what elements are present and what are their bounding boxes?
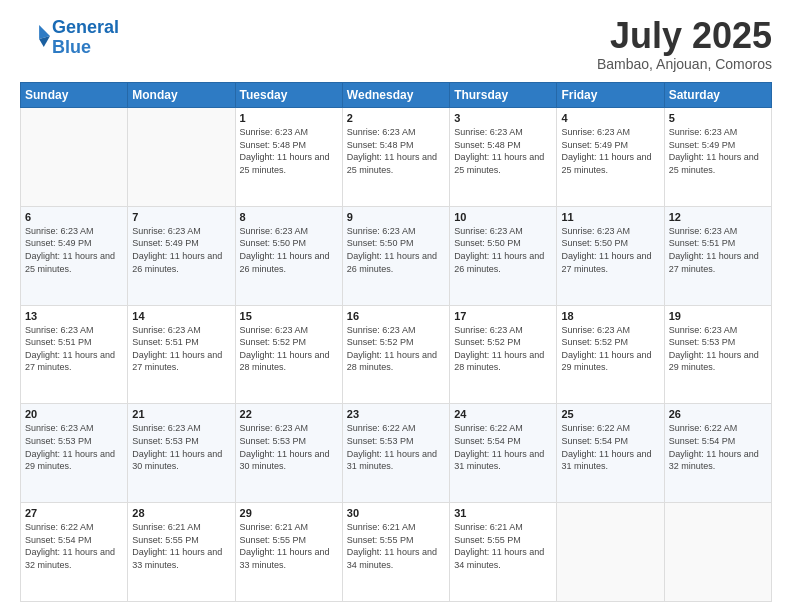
day-number: 24 — [454, 408, 552, 420]
day-info: Sunrise: 6:23 AM Sunset: 5:49 PM Dayligh… — [561, 126, 659, 176]
col-header-friday: Friday — [557, 83, 664, 108]
day-number: 17 — [454, 310, 552, 322]
calendar-table: SundayMondayTuesdayWednesdayThursdayFrid… — [20, 82, 772, 602]
day-number: 21 — [132, 408, 230, 420]
day-info: Sunrise: 6:23 AM Sunset: 5:52 PM Dayligh… — [347, 324, 445, 374]
day-number: 27 — [25, 507, 123, 519]
day-number: 5 — [669, 112, 767, 124]
day-info: Sunrise: 6:23 AM Sunset: 5:50 PM Dayligh… — [561, 225, 659, 275]
day-number: 13 — [25, 310, 123, 322]
day-number: 28 — [132, 507, 230, 519]
calendar-cell: 23Sunrise: 6:22 AM Sunset: 5:53 PM Dayli… — [342, 404, 449, 503]
calendar-cell: 2Sunrise: 6:23 AM Sunset: 5:48 PM Daylig… — [342, 108, 449, 207]
calendar-cell: 30Sunrise: 6:21 AM Sunset: 5:55 PM Dayli… — [342, 503, 449, 602]
day-number: 19 — [669, 310, 767, 322]
col-header-thursday: Thursday — [450, 83, 557, 108]
day-number: 23 — [347, 408, 445, 420]
logo-icon — [22, 22, 50, 50]
col-header-saturday: Saturday — [664, 83, 771, 108]
day-info: Sunrise: 6:23 AM Sunset: 5:50 PM Dayligh… — [454, 225, 552, 275]
day-info: Sunrise: 6:23 AM Sunset: 5:53 PM Dayligh… — [25, 422, 123, 472]
calendar-cell: 31Sunrise: 6:21 AM Sunset: 5:55 PM Dayli… — [450, 503, 557, 602]
day-info: Sunrise: 6:23 AM Sunset: 5:53 PM Dayligh… — [669, 324, 767, 374]
calendar-week-4: 27Sunrise: 6:22 AM Sunset: 5:54 PM Dayli… — [21, 503, 772, 602]
day-number: 25 — [561, 408, 659, 420]
calendar-cell: 24Sunrise: 6:22 AM Sunset: 5:54 PM Dayli… — [450, 404, 557, 503]
day-info: Sunrise: 6:22 AM Sunset: 5:53 PM Dayligh… — [347, 422, 445, 472]
calendar-week-0: 1Sunrise: 6:23 AM Sunset: 5:48 PM Daylig… — [21, 108, 772, 207]
calendar-cell: 14Sunrise: 6:23 AM Sunset: 5:51 PM Dayli… — [128, 305, 235, 404]
day-info: Sunrise: 6:23 AM Sunset: 5:50 PM Dayligh… — [240, 225, 338, 275]
day-info: Sunrise: 6:23 AM Sunset: 5:48 PM Dayligh… — [347, 126, 445, 176]
calendar-cell: 12Sunrise: 6:23 AM Sunset: 5:51 PM Dayli… — [664, 206, 771, 305]
page: General Blue July 2025 Bambao, Anjouan, … — [0, 0, 792, 612]
calendar-cell: 3Sunrise: 6:23 AM Sunset: 5:48 PM Daylig… — [450, 108, 557, 207]
day-info: Sunrise: 6:23 AM Sunset: 5:52 PM Dayligh… — [561, 324, 659, 374]
day-number: 4 — [561, 112, 659, 124]
calendar-cell — [21, 108, 128, 207]
day-number: 22 — [240, 408, 338, 420]
day-info: Sunrise: 6:23 AM Sunset: 5:50 PM Dayligh… — [347, 225, 445, 275]
day-info: Sunrise: 6:21 AM Sunset: 5:55 PM Dayligh… — [347, 521, 445, 571]
day-number: 12 — [669, 211, 767, 223]
day-info: Sunrise: 6:23 AM Sunset: 5:52 PM Dayligh… — [240, 324, 338, 374]
calendar-cell: 22Sunrise: 6:23 AM Sunset: 5:53 PM Dayli… — [235, 404, 342, 503]
calendar-week-2: 13Sunrise: 6:23 AM Sunset: 5:51 PM Dayli… — [21, 305, 772, 404]
day-number: 7 — [132, 211, 230, 223]
calendar-cell: 20Sunrise: 6:23 AM Sunset: 5:53 PM Dayli… — [21, 404, 128, 503]
calendar-cell: 19Sunrise: 6:23 AM Sunset: 5:53 PM Dayli… — [664, 305, 771, 404]
day-number: 29 — [240, 507, 338, 519]
day-number: 15 — [240, 310, 338, 322]
logo-text: General Blue — [52, 18, 119, 58]
day-info: Sunrise: 6:21 AM Sunset: 5:55 PM Dayligh… — [454, 521, 552, 571]
calendar-cell: 21Sunrise: 6:23 AM Sunset: 5:53 PM Dayli… — [128, 404, 235, 503]
calendar-cell: 4Sunrise: 6:23 AM Sunset: 5:49 PM Daylig… — [557, 108, 664, 207]
col-header-sunday: Sunday — [21, 83, 128, 108]
calendar-cell: 5Sunrise: 6:23 AM Sunset: 5:49 PM Daylig… — [664, 108, 771, 207]
day-info: Sunrise: 6:23 AM Sunset: 5:48 PM Dayligh… — [240, 126, 338, 176]
day-info: Sunrise: 6:23 AM Sunset: 5:51 PM Dayligh… — [669, 225, 767, 275]
day-info: Sunrise: 6:23 AM Sunset: 5:52 PM Dayligh… — [454, 324, 552, 374]
day-number: 18 — [561, 310, 659, 322]
day-info: Sunrise: 6:23 AM Sunset: 5:49 PM Dayligh… — [669, 126, 767, 176]
day-info: Sunrise: 6:23 AM Sunset: 5:49 PM Dayligh… — [132, 225, 230, 275]
day-number: 8 — [240, 211, 338, 223]
logo-general: General — [52, 17, 119, 37]
day-info: Sunrise: 6:23 AM Sunset: 5:53 PM Dayligh… — [132, 422, 230, 472]
day-number: 2 — [347, 112, 445, 124]
day-info: Sunrise: 6:23 AM Sunset: 5:51 PM Dayligh… — [25, 324, 123, 374]
day-number: 20 — [25, 408, 123, 420]
day-info: Sunrise: 6:22 AM Sunset: 5:54 PM Dayligh… — [561, 422, 659, 472]
calendar-cell: 1Sunrise: 6:23 AM Sunset: 5:48 PM Daylig… — [235, 108, 342, 207]
day-info: Sunrise: 6:23 AM Sunset: 5:48 PM Dayligh… — [454, 126, 552, 176]
calendar-cell: 11Sunrise: 6:23 AM Sunset: 5:50 PM Dayli… — [557, 206, 664, 305]
calendar-cell: 26Sunrise: 6:22 AM Sunset: 5:54 PM Dayli… — [664, 404, 771, 503]
day-info: Sunrise: 6:21 AM Sunset: 5:55 PM Dayligh… — [240, 521, 338, 571]
col-header-tuesday: Tuesday — [235, 83, 342, 108]
day-number: 30 — [347, 507, 445, 519]
day-info: Sunrise: 6:22 AM Sunset: 5:54 PM Dayligh… — [454, 422, 552, 472]
calendar-cell: 15Sunrise: 6:23 AM Sunset: 5:52 PM Dayli… — [235, 305, 342, 404]
calendar-cell — [664, 503, 771, 602]
location-title: Bambao, Anjouan, Comoros — [597, 56, 772, 72]
calendar-cell: 28Sunrise: 6:21 AM Sunset: 5:55 PM Dayli… — [128, 503, 235, 602]
calendar-week-1: 6Sunrise: 6:23 AM Sunset: 5:49 PM Daylig… — [21, 206, 772, 305]
day-info: Sunrise: 6:22 AM Sunset: 5:54 PM Dayligh… — [25, 521, 123, 571]
calendar-cell — [557, 503, 664, 602]
day-info: Sunrise: 6:23 AM Sunset: 5:51 PM Dayligh… — [132, 324, 230, 374]
day-number: 3 — [454, 112, 552, 124]
col-header-wednesday: Wednesday — [342, 83, 449, 108]
logo: General Blue — [20, 18, 119, 58]
day-number: 1 — [240, 112, 338, 124]
calendar-header-row: SundayMondayTuesdayWednesdayThursdayFrid… — [21, 83, 772, 108]
month-title: July 2025 — [597, 18, 772, 54]
day-number: 14 — [132, 310, 230, 322]
day-info: Sunrise: 6:23 AM Sunset: 5:49 PM Dayligh… — [25, 225, 123, 275]
calendar-cell: 10Sunrise: 6:23 AM Sunset: 5:50 PM Dayli… — [450, 206, 557, 305]
logo-blue: Blue — [52, 37, 91, 57]
calendar-cell: 16Sunrise: 6:23 AM Sunset: 5:52 PM Dayli… — [342, 305, 449, 404]
calendar-cell: 9Sunrise: 6:23 AM Sunset: 5:50 PM Daylig… — [342, 206, 449, 305]
day-number: 26 — [669, 408, 767, 420]
header: General Blue July 2025 Bambao, Anjouan, … — [20, 18, 772, 72]
calendar-cell: 27Sunrise: 6:22 AM Sunset: 5:54 PM Dayli… — [21, 503, 128, 602]
